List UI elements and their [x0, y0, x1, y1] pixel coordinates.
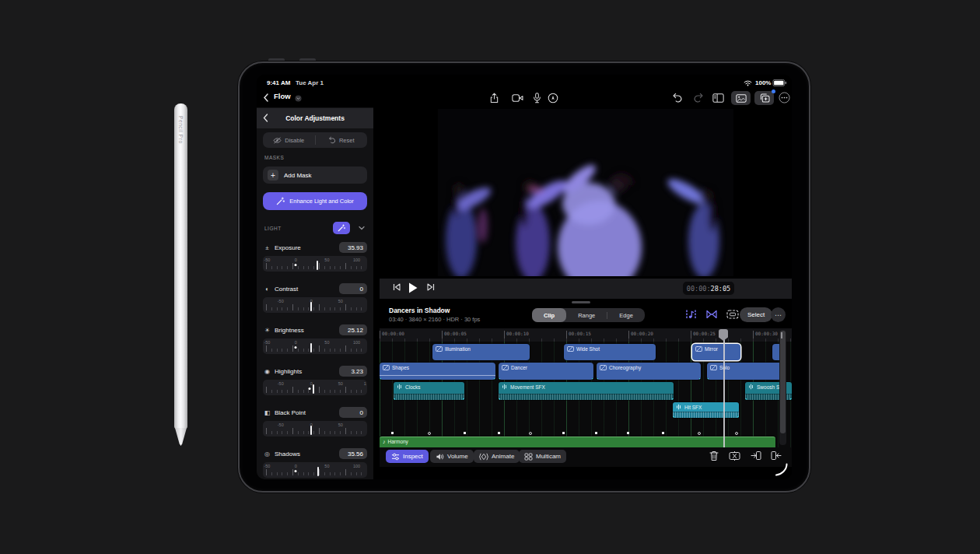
- clip-movement-sfx[interactable]: Movement SFX: [499, 382, 674, 400]
- beat-marker: [562, 432, 565, 434]
- mode-edge[interactable]: Edge: [607, 308, 645, 322]
- clip-harmony[interactable]: ♪ Harmony: [380, 437, 775, 447]
- insert-clip-icon[interactable]: [751, 451, 761, 461]
- apple-pencil: Pencil Pro: [174, 103, 187, 447]
- status-time: 9:41 AM: [267, 79, 290, 86]
- slider-indicator[interactable]: [310, 302, 312, 311]
- panel-back-icon[interactable]: [263, 114, 268, 122]
- overwrite-clip-icon[interactable]: [771, 451, 782, 461]
- slider-indicator[interactable]: [317, 467, 319, 476]
- project-chevron-icon[interactable]: [295, 95, 302, 102]
- status-date: Tue Apr 1: [296, 79, 324, 86]
- waveform-icon: [748, 384, 754, 390]
- clip-clocks[interactable]: Clocks: [394, 382, 464, 400]
- timeline-more-icon[interactable]: ⋯: [771, 307, 786, 322]
- select-button[interactable]: Select: [740, 307, 772, 322]
- shadows-ruler[interactable]: -50 0 50 100: [263, 462, 367, 478]
- delete-icon[interactable]: [709, 451, 719, 461]
- play-icon[interactable]: [408, 282, 418, 294]
- video-clip-icon: [710, 365, 717, 370]
- microphone-icon[interactable]: [529, 91, 544, 104]
- battery-icon: [772, 79, 787, 86]
- overlay-library-icon[interactable]: [754, 91, 774, 105]
- trim-bowtie-icon[interactable]: [705, 309, 718, 320]
- clip-hit-sfx[interactable]: Hit SFX: [673, 402, 739, 418]
- slider-value[interactable]: 0: [339, 407, 367, 418]
- add-mask-button[interactable]: + Add Mask: [263, 167, 367, 184]
- grid-icon: [524, 453, 533, 461]
- slider-value[interactable]: 35.56: [339, 448, 367, 459]
- beat-marker: [428, 432, 431, 435]
- slider-indicator[interactable]: [310, 426, 312, 435]
- clip-illumination[interactable]: Illumination: [432, 344, 530, 360]
- inspect-button[interactable]: Inspect: [386, 450, 429, 463]
- highlights-ruler[interactable]: -50 0 50 1: [263, 380, 367, 395]
- volume-button[interactable]: Volume: [430, 450, 474, 463]
- more-icon[interactable]: [776, 91, 792, 104]
- disable-button[interactable]: Disable: [263, 132, 315, 148]
- video-preview: [438, 109, 733, 276]
- clip-wide-shot[interactable]: Wide Shot: [564, 344, 656, 360]
- light-auto-enhance-button[interactable]: [333, 222, 350, 234]
- skip-back-icon[interactable]: [392, 282, 401, 292]
- ipad-screen: 9:41 AM Tue Apr 1 100% Flow: [257, 75, 792, 479]
- animate-button[interactable]: Animate: [474, 450, 520, 463]
- panel-drag-handle[interactable]: [572, 301, 590, 303]
- corner-gesture-indicator: [775, 463, 789, 476]
- project-name[interactable]: Flow: [274, 92, 291, 100]
- waveform-icon: [502, 384, 508, 390]
- magic-wand-icon: [338, 224, 345, 232]
- inspector-panel-icon[interactable]: [710, 91, 726, 104]
- reset-button[interactable]: Reset: [316, 132, 368, 148]
- clip-choreography[interactable]: Choreography: [597, 363, 701, 380]
- chevron-down-icon[interactable]: [358, 224, 366, 232]
- black-point-ruler[interactable]: -50 0 50: [263, 421, 367, 437]
- slider-indicator[interactable]: [313, 384, 314, 394]
- speaker-icon: [436, 453, 444, 461]
- mode-range[interactable]: Range: [566, 308, 607, 322]
- slider-value[interactable]: 35.93: [339, 242, 367, 253]
- slider-indicator[interactable]: [317, 261, 318, 270]
- slider-value[interactable]: 25.12: [339, 324, 367, 335]
- brightness-ruler[interactable]: -50 0 50 100: [263, 338, 367, 354]
- slider-highlights: ◉ Highlights 3.23 -50 0 50 1: [263, 365, 367, 398]
- split-clip-icon[interactable]: [729, 451, 740, 461]
- multicam-button[interactable]: Multicam: [519, 450, 566, 463]
- light-heading: LIGHT: [264, 226, 282, 231]
- mode-clip[interactable]: Clip: [532, 308, 566, 322]
- slider-value[interactable]: 3.23: [339, 366, 367, 377]
- audio-lanes-icon[interactable]: [685, 309, 697, 320]
- shadows-icon: ◎: [263, 451, 271, 458]
- timeline[interactable]: 00:00:00 00:00:05 00:00:10 00:00:15 00:0…: [380, 328, 792, 447]
- exposure-ruler[interactable]: -50 0 50 100: [263, 256, 367, 272]
- timecode-display[interactable]: 00:00:28:05: [683, 282, 734, 295]
- undo-icon[interactable]: [670, 91, 685, 104]
- media-browser-icon[interactable]: [731, 91, 751, 105]
- clip-solo[interactable]: Solo: [707, 363, 782, 380]
- redo-icon[interactable]: [691, 91, 706, 104]
- clip-shapes[interactable]: Shapes: [380, 363, 495, 380]
- annotate-icon[interactable]: [545, 91, 561, 104]
- clip-mirror[interactable]: Mirror: [692, 344, 740, 360]
- edit-mode-switcher: Clip Range Edge: [532, 308, 645, 322]
- scrollbar-thumb[interactable]: [780, 331, 786, 433]
- clip-dancer[interactable]: Dancer: [499, 363, 593, 380]
- timeline-ruler[interactable]: 00:00:00 00:00:05 00:00:10 00:00:15 00:0…: [380, 328, 792, 342]
- share-icon[interactable]: [486, 91, 502, 104]
- back-icon[interactable]: [263, 93, 269, 102]
- clip-browser-icon[interactable]: [726, 309, 739, 320]
- scrollbar-grip: [781, 332, 782, 338]
- slider-value[interactable]: 0: [339, 283, 367, 294]
- playhead[interactable]: [723, 333, 725, 447]
- enhance-light-color-button[interactable]: Enhance Light and Color: [263, 192, 367, 210]
- slider-brightness: ☀ Brightness 25.12 -50 0 50 100: [263, 324, 367, 356]
- plus-icon: +: [268, 170, 278, 181]
- music-note-icon: ♪: [383, 439, 386, 444]
- timeline-scrollbar[interactable]: [779, 330, 786, 445]
- slider-indicator[interactable]: [310, 343, 312, 352]
- timeline-tracks[interactable]: Illumination Wide Shot Mirror Shapes Dan…: [380, 342, 792, 447]
- contrast-ruler[interactable]: -50 0 50: [263, 297, 367, 313]
- camera-icon[interactable]: [509, 91, 525, 104]
- skip-forward-icon[interactable]: [426, 282, 436, 292]
- color-adjustments-panel: Color Adjustments Disable Reset MASKS: [257, 107, 373, 479]
